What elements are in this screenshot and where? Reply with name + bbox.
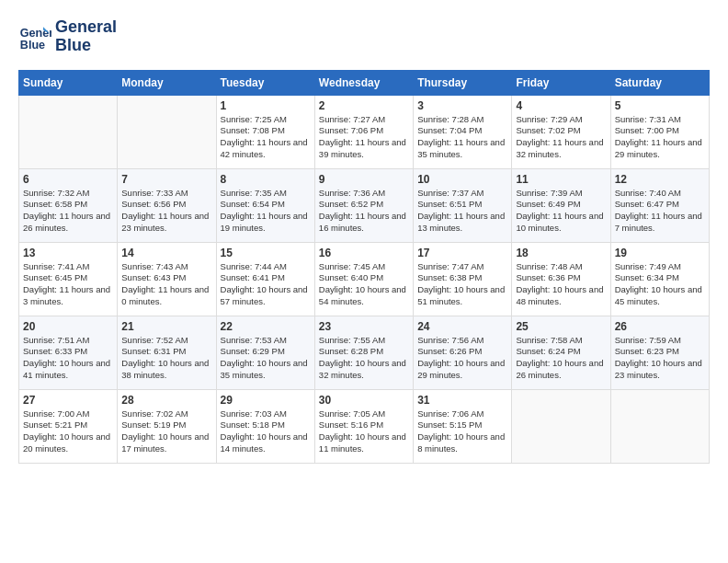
calendar-cell: 26Sunrise: 7:59 AM Sunset: 6:23 PM Dayli… xyxy=(610,316,709,389)
day-info: Sunrise: 7:27 AM Sunset: 7:06 PM Dayligh… xyxy=(319,114,409,161)
calendar-cell: 7Sunrise: 7:33 AM Sunset: 6:56 PM Daylig… xyxy=(118,168,216,242)
day-number: 28 xyxy=(121,394,211,407)
column-header-saturday: Saturday xyxy=(610,70,709,95)
day-info: Sunrise: 7:00 AM Sunset: 5:21 PM Dayligh… xyxy=(23,408,113,455)
calendar-cell: 23Sunrise: 7:55 AM Sunset: 6:28 PM Dayli… xyxy=(314,316,413,389)
day-info: Sunrise: 7:45 AM Sunset: 6:40 PM Dayligh… xyxy=(319,261,409,308)
day-info: Sunrise: 7:58 AM Sunset: 6:24 PM Dayligh… xyxy=(516,335,606,382)
day-info: Sunrise: 7:53 AM Sunset: 6:29 PM Dayligh… xyxy=(221,335,311,382)
calendar-cell: 3Sunrise: 7:28 AM Sunset: 7:04 PM Daylig… xyxy=(414,95,512,168)
calendar-cell: 15Sunrise: 7:44 AM Sunset: 6:41 PM Dayli… xyxy=(216,242,314,316)
day-number: 10 xyxy=(417,173,507,186)
day-number: 19 xyxy=(615,247,705,259)
day-number: 14 xyxy=(121,247,211,259)
day-info: Sunrise: 7:43 AM Sunset: 6:43 PM Dayligh… xyxy=(121,261,211,308)
calendar-cell: 8Sunrise: 7:35 AM Sunset: 6:54 PM Daylig… xyxy=(216,168,314,242)
day-info: Sunrise: 7:41 AM Sunset: 6:45 PM Dayligh… xyxy=(23,261,113,308)
day-number: 2 xyxy=(319,99,409,112)
calendar-cell: 30Sunrise: 7:05 AM Sunset: 5:16 PM Dayli… xyxy=(314,389,413,463)
day-info: Sunrise: 7:28 AM Sunset: 7:04 PM Dayligh… xyxy=(417,114,507,161)
day-number: 3 xyxy=(417,99,507,112)
calendar-cell: 31Sunrise: 7:06 AM Sunset: 5:15 PM Dayli… xyxy=(414,389,512,463)
calendar-cell: 9Sunrise: 7:36 AM Sunset: 6:52 PM Daylig… xyxy=(314,168,413,242)
day-number: 25 xyxy=(516,320,606,333)
calendar-cell: 12Sunrise: 7:40 AM Sunset: 6:47 PM Dayli… xyxy=(610,168,709,242)
day-number: 24 xyxy=(417,320,507,333)
day-info: Sunrise: 7:59 AM Sunset: 6:23 PM Dayligh… xyxy=(615,335,705,382)
day-info: Sunrise: 7:36 AM Sunset: 6:52 PM Dayligh… xyxy=(319,188,409,235)
day-info: Sunrise: 7:55 AM Sunset: 6:28 PM Dayligh… xyxy=(319,335,409,382)
day-info: Sunrise: 7:49 AM Sunset: 6:34 PM Dayligh… xyxy=(615,261,705,308)
calendar-cell: 4Sunrise: 7:29 AM Sunset: 7:02 PM Daylig… xyxy=(512,95,610,168)
week-row-5: 27Sunrise: 7:00 AM Sunset: 5:21 PM Dayli… xyxy=(19,389,710,463)
calendar-cell: 11Sunrise: 7:39 AM Sunset: 6:49 PM Dayli… xyxy=(512,168,610,242)
day-info: Sunrise: 7:05 AM Sunset: 5:16 PM Dayligh… xyxy=(319,408,409,455)
day-info: Sunrise: 7:32 AM Sunset: 6:58 PM Dayligh… xyxy=(23,188,113,235)
day-number: 6 xyxy=(23,173,113,186)
calendar-cell: 25Sunrise: 7:58 AM Sunset: 6:24 PM Dayli… xyxy=(512,316,610,389)
day-number: 16 xyxy=(319,247,409,259)
calendar-cell: 18Sunrise: 7:48 AM Sunset: 6:36 PM Dayli… xyxy=(512,242,610,316)
logo: General Blue General Blue xyxy=(18,18,117,55)
day-number: 1 xyxy=(221,99,311,112)
day-number: 21 xyxy=(121,320,211,333)
calendar-cell: 6Sunrise: 7:32 AM Sunset: 6:58 PM Daylig… xyxy=(19,168,118,242)
day-number: 18 xyxy=(516,247,606,259)
day-number: 8 xyxy=(221,173,311,186)
day-info: Sunrise: 7:40 AM Sunset: 6:47 PM Dayligh… xyxy=(615,188,705,235)
day-info: Sunrise: 7:44 AM Sunset: 6:41 PM Dayligh… xyxy=(221,261,311,308)
day-number: 7 xyxy=(121,173,211,186)
calendar-cell: 22Sunrise: 7:53 AM Sunset: 6:29 PM Dayli… xyxy=(216,316,314,389)
logo-text: General Blue xyxy=(55,18,117,55)
day-number: 13 xyxy=(23,247,113,259)
day-info: Sunrise: 7:02 AM Sunset: 5:19 PM Dayligh… xyxy=(121,408,211,455)
calendar-cell: 21Sunrise: 7:52 AM Sunset: 6:31 PM Dayli… xyxy=(118,316,216,389)
page-header: General Blue General Blue xyxy=(18,18,710,55)
day-number: 27 xyxy=(23,394,113,407)
day-info: Sunrise: 7:47 AM Sunset: 6:38 PM Dayligh… xyxy=(417,261,507,308)
calendar-cell: 14Sunrise: 7:43 AM Sunset: 6:43 PM Dayli… xyxy=(118,242,216,316)
week-row-4: 20Sunrise: 7:51 AM Sunset: 6:33 PM Dayli… xyxy=(19,316,710,389)
week-row-3: 13Sunrise: 7:41 AM Sunset: 6:45 PM Dayli… xyxy=(19,242,710,316)
day-info: Sunrise: 7:39 AM Sunset: 6:49 PM Dayligh… xyxy=(516,188,606,235)
column-header-tuesday: Tuesday xyxy=(216,70,314,95)
header-row: SundayMondayTuesdayWednesdayThursdayFrid… xyxy=(19,70,710,95)
calendar-cell: 24Sunrise: 7:56 AM Sunset: 6:26 PM Dayli… xyxy=(414,316,512,389)
day-info: Sunrise: 7:31 AM Sunset: 7:00 PM Dayligh… xyxy=(615,114,705,161)
day-number: 20 xyxy=(23,320,113,333)
day-info: Sunrise: 7:51 AM Sunset: 6:33 PM Dayligh… xyxy=(23,335,113,382)
week-row-2: 6Sunrise: 7:32 AM Sunset: 6:58 PM Daylig… xyxy=(19,168,710,242)
day-number: 12 xyxy=(615,173,705,186)
calendar-cell: 27Sunrise: 7:00 AM Sunset: 5:21 PM Dayli… xyxy=(19,389,118,463)
day-info: Sunrise: 7:48 AM Sunset: 6:36 PM Dayligh… xyxy=(516,261,606,308)
day-info: Sunrise: 7:25 AM Sunset: 7:08 PM Dayligh… xyxy=(221,114,311,161)
column-header-monday: Monday xyxy=(118,70,216,95)
day-info: Sunrise: 7:52 AM Sunset: 6:31 PM Dayligh… xyxy=(121,335,211,382)
calendar-cell xyxy=(610,389,709,463)
column-header-wednesday: Wednesday xyxy=(314,70,413,95)
day-number: 29 xyxy=(221,394,311,407)
day-number: 11 xyxy=(516,173,606,186)
calendar-cell: 10Sunrise: 7:37 AM Sunset: 6:51 PM Dayli… xyxy=(414,168,512,242)
day-info: Sunrise: 7:29 AM Sunset: 7:02 PM Dayligh… xyxy=(516,114,606,161)
calendar-table: SundayMondayTuesdayWednesdayThursdayFrid… xyxy=(18,70,710,464)
day-info: Sunrise: 7:06 AM Sunset: 5:15 PM Dayligh… xyxy=(417,408,507,455)
week-row-1: 1Sunrise: 7:25 AM Sunset: 7:08 PM Daylig… xyxy=(19,95,710,168)
column-header-sunday: Sunday xyxy=(19,70,118,95)
day-number: 30 xyxy=(319,394,409,407)
svg-text:Blue: Blue xyxy=(20,38,45,51)
calendar-cell: 20Sunrise: 7:51 AM Sunset: 6:33 PM Dayli… xyxy=(19,316,118,389)
day-number: 17 xyxy=(417,247,507,259)
column-header-thursday: Thursday xyxy=(414,70,512,95)
day-number: 4 xyxy=(516,99,606,112)
calendar-cell: 28Sunrise: 7:02 AM Sunset: 5:19 PM Dayli… xyxy=(118,389,216,463)
calendar-cell: 5Sunrise: 7:31 AM Sunset: 7:00 PM Daylig… xyxy=(610,95,709,168)
day-number: 31 xyxy=(417,394,507,407)
calendar-cell: 2Sunrise: 7:27 AM Sunset: 7:06 PM Daylig… xyxy=(314,95,413,168)
calendar-cell: 16Sunrise: 7:45 AM Sunset: 6:40 PM Dayli… xyxy=(314,242,413,316)
calendar-cell: 29Sunrise: 7:03 AM Sunset: 5:18 PM Dayli… xyxy=(216,389,314,463)
calendar-cell xyxy=(512,389,610,463)
day-info: Sunrise: 7:37 AM Sunset: 6:51 PM Dayligh… xyxy=(417,188,507,235)
day-info: Sunrise: 7:35 AM Sunset: 6:54 PM Dayligh… xyxy=(221,188,311,235)
day-info: Sunrise: 7:33 AM Sunset: 6:56 PM Dayligh… xyxy=(121,188,211,235)
